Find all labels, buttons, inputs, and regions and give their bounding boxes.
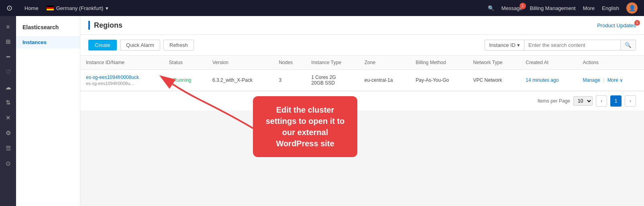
status-label: Running <box>173 77 192 83</box>
cell-nodes: 3 <box>273 70 306 91</box>
avatar[interactable]: 👤 <box>626 2 638 14</box>
favorite-icon[interactable]: ♡ <box>2 66 14 79</box>
col-created: Created At <box>520 56 577 70</box>
cell-status: Running <box>163 70 207 91</box>
cell-network: VPC Network <box>468 70 520 91</box>
status-indicator: Running <box>169 77 201 83</box>
chevron-down-icon: ▾ <box>106 5 108 11</box>
toolbar: Create Quick Alarm Refresh Instance ID ▾… <box>80 35 644 56</box>
instances-table: Instance ID/Name Status Version Nodes In… <box>80 56 644 91</box>
list-icon[interactable]: ━ <box>2 50 14 63</box>
table-header-row: Instance ID/Name Status Version Nodes In… <box>80 56 644 70</box>
pagination-next-button[interactable]: › <box>625 95 636 107</box>
region-label: Germany (Frankfurt) <box>56 5 104 11</box>
nav-right-area: 🔍 Message 1 Billing Management More Engl… <box>488 2 638 14</box>
search-submit-button[interactable]: 🔍 <box>620 40 636 50</box>
search-group: Instance ID ▾ 🔍 <box>485 40 636 50</box>
germany-flag-icon <box>47 6 54 10</box>
cell-instance-type: 1 Cores 2G 20GB SSD <box>306 70 359 91</box>
message-button[interactable]: Message 1 <box>501 5 523 11</box>
billing-management-link[interactable]: Billing Management <box>530 5 576 11</box>
menu-icon[interactable]: ≡ <box>2 20 14 33</box>
col-version: Version <box>207 56 273 70</box>
manage-action-link[interactable]: Manage <box>583 77 600 83</box>
instance-type-line1: 1 Cores 2G <box>311 75 353 80</box>
search-input[interactable] <box>524 40 620 50</box>
title-bar-accent <box>88 21 90 30</box>
search-icon: 🔍 <box>625 42 632 48</box>
search-filter-label: Instance ID <box>489 42 516 48</box>
chevron-down-icon: ∨ <box>620 77 623 83</box>
sidebar-item-instances[interactable]: Instances <box>16 36 80 48</box>
cell-zone: eu-central-1a <box>359 70 410 91</box>
refresh-button[interactable]: Refresh <box>163 40 194 50</box>
pagination-prev-button[interactable]: ‹ <box>596 95 607 107</box>
col-network: Network Type <box>468 56 520 70</box>
cloud-icon[interactable]: ☁ <box>2 81 14 94</box>
table-row: es-sg-ees1094fr0008uck es-sg-ees1094fr00… <box>80 70 644 91</box>
col-instance-type: Instance Type <box>306 56 359 70</box>
action-divider: | <box>603 77 604 83</box>
more-action-link[interactable]: More ∨ <box>607 77 624 83</box>
grid-icon[interactable]: ⊞ <box>2 35 14 48</box>
left-nav-panel: Elasticsearch Instances <box>16 16 80 206</box>
transfer-icon[interactable]: ⇅ <box>2 96 14 109</box>
create-button[interactable]: Create <box>88 40 117 50</box>
more-action-label: More <box>607 77 618 83</box>
col-actions: Actions <box>577 56 644 70</box>
region-selector[interactable]: Germany (Frankfurt) ▾ <box>47 5 109 11</box>
col-zone: Zone <box>359 56 410 70</box>
product-updates-link[interactable]: Product Updates 5 <box>597 22 636 28</box>
language-selector[interactable]: English <box>602 5 619 11</box>
page-title: Regions <box>94 21 122 30</box>
instance-sub-label: es-sg-ees1094fr0008u... <box>86 81 158 86</box>
instances-table-wrapper: Instance ID/Name Status Version Nodes In… <box>80 56 644 91</box>
message-badge: 1 <box>520 3 526 9</box>
search-filter-button[interactable]: Instance ID ▾ <box>485 40 524 50</box>
close-icon[interactable]: ✕ <box>2 111 14 124</box>
cell-created: 14 minutes ago <box>520 70 577 91</box>
settings2-icon[interactable]: ☰ <box>2 142 14 155</box>
cell-version: 6.3.2_with_X-Pack <box>207 70 273 91</box>
col-nodes: Nodes <box>273 56 306 70</box>
cell-instance-id: es-sg-ees1094fr0008uck es-sg-ees1094fr00… <box>80 70 163 91</box>
instance-id-link[interactable]: es-sg-ees1094fr0008uck <box>86 75 158 80</box>
home-link[interactable]: Home <box>24 5 39 11</box>
instance-type-line2: 20GB SSD <box>311 80 353 86</box>
circle-icon[interactable]: ⊙ <box>2 157 14 170</box>
annotation-text: Edit the cluster settings to open it to … <box>266 105 345 148</box>
col-billing: Billing Method <box>410 56 467 70</box>
created-time: 14 minutes ago <box>526 77 558 83</box>
logo-icon: ⊙ <box>6 4 12 12</box>
chevron-down-icon: ▾ <box>517 42 520 48</box>
main-content-area: Regions Product Updates 5 Create Quick A… <box>80 16 644 206</box>
title-wrapper: Regions <box>88 21 122 30</box>
more-menu[interactable]: More <box>583 5 595 11</box>
col-status: Status <box>163 56 207 70</box>
sidebar-icon-rail: ≡ ⊞ ━ ♡ ☁ ⇅ ✕ ⚙ ☰ ⊙ <box>0 16 16 206</box>
status-dot-icon <box>169 79 172 82</box>
top-navigation: ⊙ Home Germany (Frankfurt) ▾ 🔍 Message 1… <box>0 0 644 16</box>
cell-billing: Pay-As-You-Go <box>410 70 467 91</box>
pagination-page-1[interactable]: 1 <box>610 95 622 107</box>
col-instance-id: Instance ID/Name <box>80 56 163 70</box>
gear-icon[interactable]: ⚙ <box>2 127 14 139</box>
product-updates-badge: 5 <box>634 20 640 26</box>
quick-alarm-button[interactable]: Quick Alarm <box>120 40 160 50</box>
items-per-page-label: Items per Page <box>538 98 570 104</box>
cell-actions: Manage | More ∨ <box>577 70 644 91</box>
search-icon[interactable]: 🔍 <box>488 5 494 11</box>
main-layout: ≡ ⊞ ━ ♡ ☁ ⇅ ✕ ⚙ ☰ ⊙ Elasticsearch Instan… <box>0 16 644 206</box>
service-title: Elasticsearch <box>16 20 80 36</box>
per-page-select[interactable]: 10 20 50 <box>573 96 593 106</box>
page-header: Regions Product Updates 5 <box>80 16 644 35</box>
pagination-bar: Items per Page 10 20 50 ‹ 1 › <box>80 91 644 111</box>
